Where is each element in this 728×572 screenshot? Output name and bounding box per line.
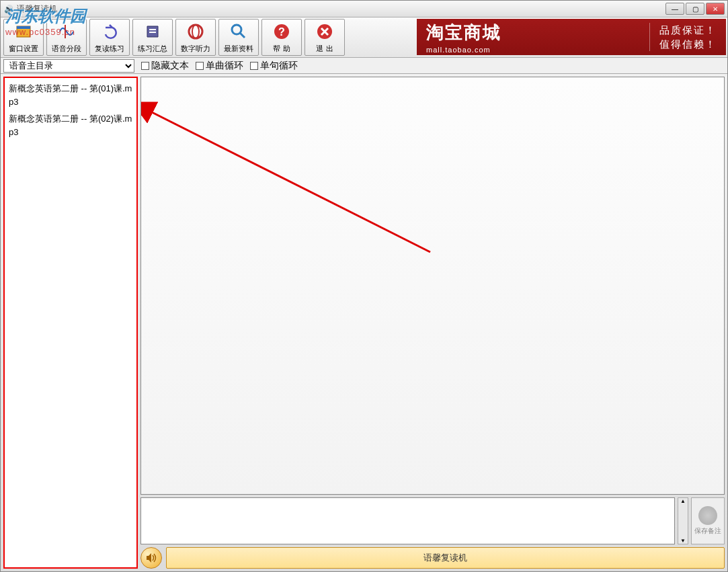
save-note-icon xyxy=(698,506,717,525)
banner-slogan-1: 品质保证！ xyxy=(659,23,717,37)
svg-rect-1 xyxy=(17,26,30,29)
single-loop-label: 单曲循环 xyxy=(206,60,243,72)
exit-icon xyxy=(314,21,335,42)
option-row: 语音主目录 隐藏文本 单曲循环 单句循环 xyxy=(1,58,727,74)
note-scrollbar[interactable]: ▲▼ xyxy=(678,497,688,544)
window-settings-button[interactable]: 窗口设置 xyxy=(3,19,44,56)
banner-logo: 淘宝商城 xyxy=(426,21,501,44)
repeat-practice-button[interactable]: 复读练习 xyxy=(89,19,130,56)
main-area: ▲▼ 保存备注 语馨复读机 xyxy=(140,77,725,569)
exit-button[interactable]: 退 出 xyxy=(305,19,345,56)
ad-banner[interactable]: 淘宝商城 mall.taobao.com 品质保证！ 值得信赖！ xyxy=(417,19,726,55)
banner-slogan-2: 值得信赖！ xyxy=(659,37,717,51)
number-listen-label: 数字听力 xyxy=(181,44,210,54)
svg-text:?: ? xyxy=(278,26,285,38)
banner-slogan: 品质保证！ 值得信赖！ xyxy=(649,23,717,51)
note-input[interactable] xyxy=(140,497,675,544)
help-label: 帮 助 xyxy=(273,44,290,54)
svg-line-12 xyxy=(149,111,430,252)
file-item[interactable]: 新概念英语第二册 -- 第(01)课.mp3 xyxy=(9,82,132,108)
window-controls: — ▢ ✕ xyxy=(665,3,725,15)
window-title: 语馨复读机 xyxy=(17,3,665,15)
minimize-button[interactable]: — xyxy=(665,3,684,15)
hide-text-checkbox[interactable]: 隐藏文本 xyxy=(141,60,189,72)
bottom-row: 语馨复读机 xyxy=(140,547,725,569)
latest-material-icon xyxy=(228,21,249,42)
single-loop-checkbox[interactable]: 单曲循环 xyxy=(196,60,243,72)
help-icon: ? xyxy=(271,21,292,42)
speaker-button[interactable] xyxy=(140,547,162,569)
sentence-loop-checkbox[interactable]: 单句循环 xyxy=(250,60,298,72)
audio-segment-label: 语音分段 xyxy=(52,44,81,54)
close-button[interactable]: ✕ xyxy=(706,3,725,15)
body-area: 新概念英语第二册 -- 第(01)课.mp3 新概念英语第二册 -- 第(02)… xyxy=(1,74,727,571)
practice-summary-label: 练习汇总 xyxy=(138,44,167,54)
checkbox-icon xyxy=(196,62,204,70)
text-display-pane xyxy=(140,77,725,495)
audio-segment-button[interactable]: 语音分段 xyxy=(46,19,87,56)
svg-rect-3 xyxy=(149,29,156,30)
directory-select[interactable]: 语音主目录 xyxy=(3,59,134,73)
file-item[interactable]: 新概念英语第二册 -- 第(02)课.mp3 xyxy=(9,112,132,138)
svg-point-7 xyxy=(232,25,241,34)
sidebar: 新概念英语第二册 -- 第(01)课.mp3 新概念英语第二册 -- 第(02)… xyxy=(3,77,138,569)
status-bar: 语馨复读机 xyxy=(166,547,725,569)
scroll-down-icon[interactable]: ▼ xyxy=(680,538,686,544)
scroll-up-icon[interactable]: ▲ xyxy=(680,498,686,504)
window-settings-icon xyxy=(13,21,34,42)
checkbox-icon xyxy=(141,62,149,70)
latest-material-button[interactable]: 最新资料 xyxy=(218,19,259,56)
repeat-practice-label: 复读练习 xyxy=(95,44,124,54)
svg-rect-4 xyxy=(149,32,156,33)
titlebar: 🔊 语馨复读机 — ▢ ✕ xyxy=(1,1,727,17)
annotation-arrow xyxy=(141,77,713,494)
maximize-button[interactable]: ▢ xyxy=(686,3,704,15)
save-note-label: 保存备注 xyxy=(694,526,721,536)
save-note-button[interactable]: 保存备注 xyxy=(691,497,725,544)
toolbar: 窗口设置 语音分段 复读练习 练习汇总 数字听力 最新资料 ? 帮 助 退 出 xyxy=(1,17,727,58)
speaker-icon xyxy=(145,552,157,564)
exit-label: 退 出 xyxy=(316,44,333,54)
help-button[interactable]: ? 帮 助 xyxy=(261,19,302,56)
audio-segment-icon xyxy=(56,21,77,42)
repeat-practice-icon xyxy=(99,21,120,42)
number-listen-button[interactable]: 数字听力 xyxy=(175,19,216,56)
svg-line-8 xyxy=(240,33,245,38)
app-window: 河东软件园 www.pc0359.cn 🔊 语馨复读机 — ▢ ✕ 窗口设置 语… xyxy=(0,0,728,572)
practice-summary-icon xyxy=(142,21,163,42)
latest-material-label: 最新资料 xyxy=(224,44,253,54)
file-list[interactable]: 新概念英语第二册 -- 第(01)课.mp3 新概念英语第二册 -- 第(02)… xyxy=(3,77,138,569)
app-icon: 🔊 xyxy=(3,3,14,14)
banner-left: 淘宝商城 mall.taobao.com xyxy=(426,21,501,54)
window-settings-label: 窗口设置 xyxy=(9,44,38,54)
sentence-loop-label: 单句循环 xyxy=(260,60,298,72)
svg-point-5 xyxy=(189,25,202,38)
checkbox-icon xyxy=(250,62,258,70)
banner-url: mall.taobao.com xyxy=(426,46,501,54)
note-row: ▲▼ 保存备注 xyxy=(140,497,725,544)
number-listen-icon xyxy=(185,21,206,42)
hide-text-label: 隐藏文本 xyxy=(151,60,189,72)
practice-summary-button[interactable]: 练习汇总 xyxy=(132,19,173,56)
